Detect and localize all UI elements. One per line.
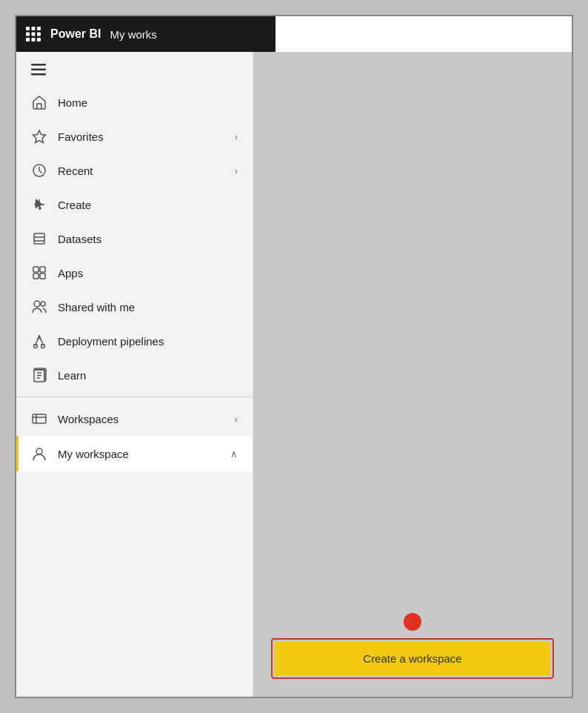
star-icon <box>31 129 47 144</box>
workspaces-label: Workspaces <box>58 413 224 425</box>
apps-icon <box>31 265 47 280</box>
svg-point-35 <box>36 448 42 454</box>
svg-rect-7 <box>32 38 36 42</box>
create-label: Create <box>58 199 238 211</box>
create-workspace-button[interactable]: Create a workspace <box>275 642 550 675</box>
sidebar-item-favorites[interactable]: Favorites › <box>16 119 253 153</box>
main-layout: Home Favorites › <box>16 52 572 697</box>
hamburger-button[interactable] <box>16 52 253 85</box>
svg-rect-11 <box>31 73 46 76</box>
favorites-label: Favorites <box>58 130 224 143</box>
gray-panel <box>253 52 572 598</box>
svg-rect-23 <box>40 273 45 279</box>
datasets-label: Datasets <box>58 233 238 245</box>
red-dot-indicator <box>404 613 421 631</box>
svg-rect-1 <box>32 27 36 30</box>
svg-rect-6 <box>26 38 30 42</box>
myworkspace-chevron: ∧ <box>230 448 238 460</box>
svg-rect-22 <box>33 273 39 279</box>
svg-rect-8 <box>37 38 41 42</box>
svg-rect-3 <box>26 33 30 36</box>
sidebar-item-create[interactable]: Create <box>16 188 253 222</box>
svg-rect-5 <box>37 33 41 36</box>
app-frame: Power BI My works <box>15 15 573 698</box>
sidebar-item-learn[interactable]: Learn <box>16 358 253 392</box>
svg-marker-16 <box>36 199 44 210</box>
favorites-chevron: › <box>235 131 238 142</box>
waffle-icon[interactable] <box>25 26 41 42</box>
workspaces-icon <box>31 411 47 426</box>
svg-rect-10 <box>31 69 46 71</box>
create-workspace-area: Create a workspace <box>253 598 572 697</box>
learn-icon <box>31 368 47 382</box>
myworkspace-label: My workspace <box>58 448 220 460</box>
deployment-label: Deployment pipelines <box>58 335 238 348</box>
svg-point-24 <box>34 301 40 307</box>
sidebar-item-home[interactable]: Home <box>16 85 253 119</box>
svg-point-25 <box>41 302 45 306</box>
svg-marker-12 <box>33 130 46 143</box>
clock-icon <box>31 163 47 178</box>
svg-rect-4 <box>32 33 36 36</box>
sidebar-item-recent[interactable]: Recent › <box>16 153 253 188</box>
sidebar: Home Favorites › <box>16 52 253 697</box>
svg-rect-32 <box>33 414 46 423</box>
apps-label: Apps <box>58 267 238 279</box>
svg-rect-17 <box>34 233 44 244</box>
svg-rect-0 <box>26 27 30 30</box>
create-icon <box>31 197 47 212</box>
sidebar-item-myworkspace[interactable]: My workspace ∧ <box>16 436 253 471</box>
home-icon <box>31 95 47 110</box>
dataset-icon <box>31 231 47 246</box>
sidebar-item-deployment[interactable]: Deployment pipelines <box>16 324 253 358</box>
svg-point-26 <box>34 345 38 348</box>
recent-chevron: › <box>235 165 238 176</box>
svg-rect-2 <box>37 27 41 30</box>
shared-icon <box>31 299 47 314</box>
app-title: Power BI <box>50 27 101 41</box>
recent-label: Recent <box>58 165 224 177</box>
svg-rect-9 <box>31 64 46 66</box>
home-label: Home <box>58 96 238 109</box>
create-workspace-btn-wrapper: Create a workspace <box>271 638 554 679</box>
deployment-icon <box>31 334 47 348</box>
shared-label: Shared with me <box>58 301 238 314</box>
sidebar-item-datasets[interactable]: Datasets <box>16 222 253 256</box>
user-icon <box>31 445 47 462</box>
svg-rect-20 <box>33 267 39 272</box>
content-area: Create a workspace <box>253 52 572 697</box>
sidebar-item-apps[interactable]: Apps <box>16 256 253 290</box>
sidebar-item-shared[interactable]: Shared with me <box>16 290 253 324</box>
sidebar-divider <box>16 397 253 397</box>
svg-rect-21 <box>40 267 45 272</box>
workspace-name: My works <box>110 28 156 41</box>
workspaces-chevron: ‹ <box>235 414 238 425</box>
learn-label: Learn <box>58 369 238 382</box>
sidebar-item-workspaces[interactable]: Workspaces ‹ <box>16 402 253 436</box>
